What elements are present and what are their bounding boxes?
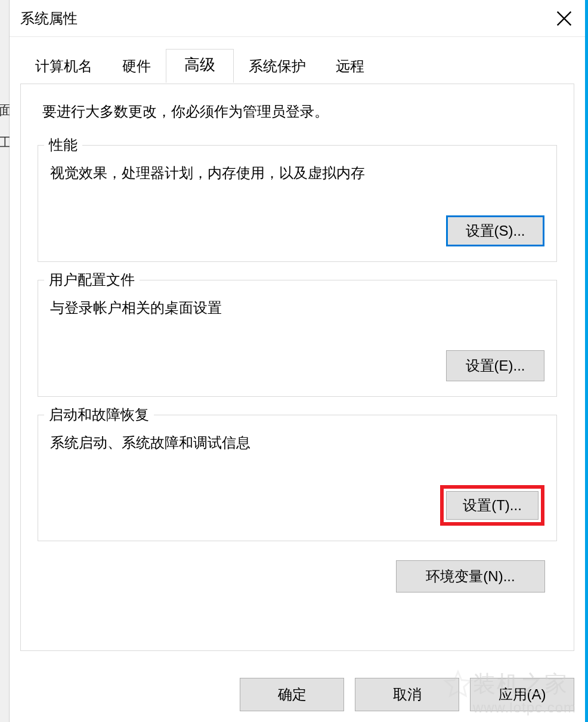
tab-hardware[interactable]: 硬件	[107, 50, 166, 84]
userprofile-group: 用户配置文件 与登录帐户相关的桌面设置 设置(E)...	[38, 280, 557, 397]
admin-note-text: 要进行大多数更改，你必须作为管理员登录。	[38, 102, 557, 121]
tab-strip: 计算机名 硬件 高级 系统保护 远程	[20, 50, 574, 84]
environment-variables-button[interactable]: 环境变量(N)...	[396, 560, 545, 593]
dialog-footer-buttons: 确定 取消 应用(A)	[240, 678, 574, 711]
ok-button[interactable]: 确定	[240, 678, 344, 711]
startup-group: 启动和故障恢复 系统启动、系统故障和调试信息 设置(T)...	[38, 415, 557, 541]
window-body: 计算机名 硬件 高级 系统保护 远程 要进行大多数更改，你必须作为管理员登录。 …	[10, 37, 585, 722]
startup-legend: 启动和故障恢复	[44, 405, 154, 424]
window-title: 系统属性	[20, 9, 78, 28]
background-left-strip: 面 工	[0, 0, 10, 722]
userprofile-legend: 用户配置文件	[44, 270, 140, 289]
system-properties-window: 系统属性 计算机名 硬件 高级 系统保护 远程 要进行大多数更改，你必须作为管理…	[10, 0, 585, 722]
cancel-button[interactable]: 取消	[355, 678, 459, 711]
env-variables-row: 环境变量(N)...	[38, 560, 557, 593]
startup-desc: 系统启动、系统故障和调试信息	[50, 433, 544, 452]
tab-remote[interactable]: 远程	[321, 50, 379, 84]
close-button[interactable]	[543, 0, 585, 37]
userprofile-desc: 与登录帐户相关的桌面设置	[50, 298, 544, 317]
userprofile-button-row: 设置(E)...	[50, 350, 544, 381]
performance-legend: 性能	[44, 135, 82, 155]
tab-computer-name[interactable]: 计算机名	[20, 50, 107, 84]
performance-button-row: 设置(S)...	[50, 215, 544, 246]
titlebar: 系统属性	[10, 0, 585, 37]
apply-button[interactable]: 应用(A)	[470, 678, 574, 711]
performance-desc: 视觉效果，处理器计划，内存使用，以及虚拟内存	[50, 163, 544, 183]
performance-group: 性能 视觉效果，处理器计划，内存使用，以及虚拟内存 设置(S)...	[38, 145, 557, 262]
tab-content-advanced: 要进行大多数更改，你必须作为管理员登录。 性能 视觉效果，处理器计划，内存使用，…	[20, 84, 574, 651]
performance-settings-button[interactable]: 设置(S)...	[446, 215, 544, 246]
red-highlight-annotation: 设置(T)...	[440, 485, 544, 526]
close-icon	[556, 11, 572, 26]
userprofile-settings-button[interactable]: 设置(E)...	[446, 350, 544, 381]
tab-advanced[interactable]: 高级	[166, 49, 234, 83]
startup-settings-button[interactable]: 设置(T)...	[446, 491, 539, 520]
tab-system-protection[interactable]: 系统保护	[234, 50, 321, 84]
startup-button-row: 设置(T)...	[50, 485, 544, 526]
